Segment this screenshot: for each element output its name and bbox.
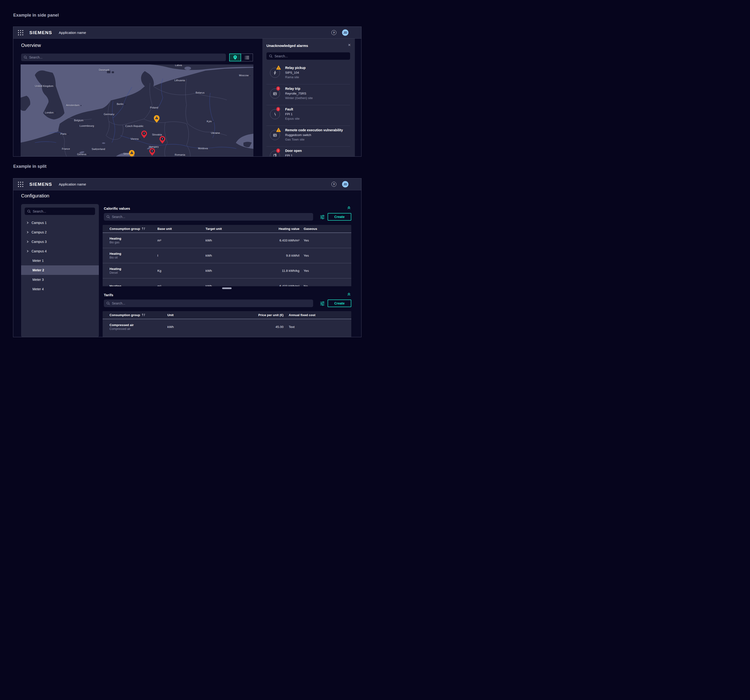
siemens-logo: SIEMENS (29, 30, 52, 35)
horizontal-scrollbar[interactable] (222, 287, 232, 289)
sidebar-search-input[interactable] (25, 207, 95, 215)
alarm-item[interactable]: !Door openFPI 1 (263, 146, 355, 157)
sidebar-item-meter-2[interactable]: Meter 2 (21, 266, 99, 275)
table-row[interactable]: Compressed airCompressed airkWh45.00Text (103, 319, 351, 335)
sidebar-item-meter-4[interactable]: Meter 4 (21, 284, 99, 294)
sidebar-item-campus-1[interactable]: Campus 1 (21, 218, 99, 227)
map-pin-critical-icon[interactable]: ! (159, 136, 166, 144)
alarm-item[interactable]: !Relay tripReyrolle_7SRSWinter (Gethen) … (263, 84, 355, 105)
avatar[interactable]: JD (342, 29, 349, 36)
section-heading-tarifs: Tarifs (104, 293, 113, 297)
column-header-target-unit[interactable]: Target unit (206, 227, 273, 230)
column-header-annual-fixed-cost[interactable]: Annual fixed cost (283, 313, 351, 317)
calorific-search-input[interactable] (104, 213, 313, 221)
svg-text:!: ! (152, 150, 152, 152)
map-view-button[interactable] (229, 54, 241, 61)
table-cell: kWh (206, 269, 273, 273)
map-pin-warning-icon[interactable]: ! (154, 115, 160, 123)
alarm-device: FPI 1 (285, 112, 292, 116)
chevron-right-icon[interactable] (26, 221, 29, 224)
tarifs-search (104, 299, 313, 307)
sidebar-item-campus-2[interactable]: Campus 2 (21, 227, 99, 237)
column-header-gaseous[interactable]: Gaseous (300, 227, 351, 230)
search-icon (106, 302, 110, 305)
table-row[interactable]: HeatingBio gasm³kWh6.433 kWh/m³Yes (103, 233, 351, 248)
filter-icon[interactable] (320, 301, 325, 306)
sort-icon[interactable] (142, 227, 145, 230)
view-toggle (229, 54, 253, 61)
table-cell: 6.433 kWh/m³ (273, 284, 300, 287)
critical-badge: ! (276, 148, 280, 154)
alarm-item[interactable]: !Relay pickupSIPS_104Rama site (263, 63, 355, 84)
svg-text:!: ! (144, 132, 144, 135)
column-header-consumption-group[interactable]: Consumption group (103, 227, 157, 230)
map-pin-critical-icon[interactable]: ! (149, 148, 155, 156)
collapse-icon[interactable] (347, 205, 351, 210)
column-header-consumption-group[interactable]: Consumption group (103, 313, 168, 317)
table-cell: 9.8 kWh/l (273, 254, 300, 257)
window-overview: SIEMENS Application name ? JD Overview (13, 26, 361, 157)
search-icon (24, 56, 27, 59)
chevron-right-icon[interactable] (26, 250, 29, 252)
create-button[interactable]: Create (327, 213, 351, 221)
overview-search-input[interactable] (21, 54, 226, 61)
table-row[interactable]: HeatingDieselKgkWh11.8 kWh/kgYes (103, 263, 351, 278)
sidebar-item-meter-1[interactable]: Meter 1 (21, 256, 99, 266)
critical-badge: ! (276, 107, 280, 112)
search-icon (269, 54, 273, 58)
table-cell: m³ (157, 284, 206, 287)
chevron-right-icon[interactable] (26, 241, 29, 243)
column-header-price-per-unit-[interactable]: Price per unit (€) (241, 313, 283, 317)
map-pin-icon (233, 55, 237, 60)
svg-text:!: ! (278, 67, 279, 69)
close-icon[interactable]: ✕ (348, 43, 351, 47)
alarm-device: SIPS_104 (285, 71, 299, 74)
alarm-item[interactable]: !Remote code execution vulnerabilityRugg… (263, 126, 355, 147)
app-launcher-icon[interactable] (18, 30, 23, 35)
tarifs-search-input[interactable] (104, 299, 313, 307)
map-pin-critical-icon[interactable]: ! (141, 130, 147, 138)
alarm-site: Equus site (285, 117, 300, 120)
sort-icon[interactable] (142, 313, 145, 316)
alarm-site: Gas Town site (285, 138, 304, 141)
list-view-button[interactable] (241, 54, 253, 61)
table-cell: Yes (300, 239, 351, 242)
app-header: SIEMENS Application name ? JD (13, 27, 361, 38)
calorific-search (104, 213, 313, 221)
app-launcher-icon[interactable] (18, 182, 23, 187)
list-icon (245, 56, 249, 60)
column-header-unit[interactable]: Unit (168, 313, 241, 317)
table-row[interactable]: HeatingBio oillkWh9.8 kWh/lYes (103, 248, 351, 263)
sidebar-item-meter-3[interactable]: Meter 3 (21, 275, 99, 284)
alarm-item[interactable]: !FaultFPI 1Equus site (263, 105, 355, 126)
avatar[interactable]: JD (342, 181, 349, 187)
europe-map[interactable]: LatviaDenmarkMoscowLithuaniaUnited Kingd… (21, 64, 254, 157)
alarms-search-input[interactable] (266, 52, 350, 60)
alarm-list: !Relay pickupSIPS_104Rama site!Relay tri… (263, 63, 355, 157)
sidebar-item-campus-4[interactable]: Campus 4 (21, 246, 99, 256)
alarm-title: Relay pickup (285, 66, 306, 70)
table-header-row: Consumption groupUnitPrice per unit (€)A… (103, 311, 351, 319)
chevron-right-icon[interactable] (26, 231, 29, 233)
filter-icon[interactable] (320, 214, 325, 220)
application-name: Application name (59, 31, 86, 35)
tree-item-label: Campus 2 (32, 230, 47, 234)
map-pin-warning-icon[interactable]: ! (129, 150, 135, 157)
tree-item-label: Campus 3 (32, 240, 47, 244)
page-title: Overview (21, 43, 41, 48)
asset-tree: Campus 1Campus 2Campus 3Campus 4Meter 1M… (21, 218, 99, 294)
search-icon (27, 209, 31, 213)
svg-text:!: ! (278, 149, 279, 152)
collapse-icon[interactable] (347, 292, 351, 296)
create-button[interactable]: Create (327, 299, 351, 307)
svg-text:!: ! (278, 108, 279, 111)
column-header-base-unit[interactable]: Base unit (157, 227, 206, 230)
table-cell: 11.8 kWh/kg (273, 269, 300, 273)
help-icon[interactable]: ? (331, 182, 337, 187)
sidebar-item-campus-3[interactable]: Campus 3 (21, 237, 99, 246)
column-header-heating-value[interactable]: Heating value (273, 227, 300, 230)
help-icon[interactable]: ? (331, 30, 337, 35)
table-row[interactable]: Heatingm³kWh6.433 kWh/m³No (103, 278, 351, 286)
table-cell: Text (283, 325, 351, 329)
overview-search (21, 54, 226, 61)
